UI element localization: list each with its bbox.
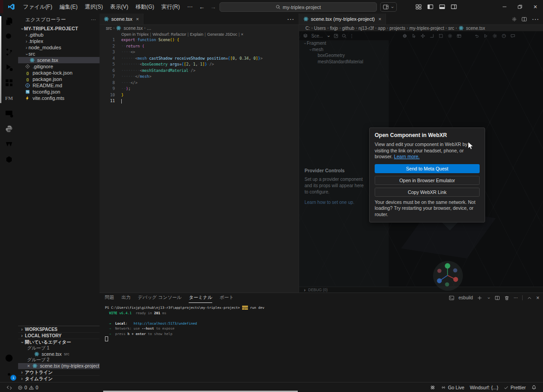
minimize-button[interactable] bbox=[497, 0, 512, 14]
tree-root[interactable]: ›MY-TRIPLEX-PROJECT bbox=[18, 25, 100, 32]
section-アウトライン[interactable]: ›アウトライン bbox=[18, 369, 100, 375]
breadcrumb-item[interactable]: fixjp bbox=[330, 26, 338, 31]
new-terminal-icon[interactable] bbox=[477, 295, 482, 301]
notifications-bell-icon[interactable] bbox=[529, 383, 539, 392]
open-in-browser-emulator-button[interactable]: Open in Browser Emulator bbox=[375, 176, 480, 185]
editor-actions-more-icon[interactable]: ⋯ bbox=[532, 15, 539, 24]
tab-scene-tsx[interactable]: scene.tsx × bbox=[100, 14, 143, 24]
command-center-search[interactable]: my-triplex-project bbox=[219, 2, 377, 12]
tree-item-scene-tsx[interactable]: scene.tsx bbox=[18, 57, 100, 63]
activity-openai-icon[interactable] bbox=[0, 152, 18, 167]
scene-node-mesh[interactable]: ›mesh bbox=[299, 47, 389, 53]
toggle-secondary-sidebar-icon[interactable] bbox=[451, 4, 457, 10]
menu-item-4[interactable]: 移動(G) bbox=[132, 2, 157, 12]
chevron-down-icon[interactable]: › bbox=[486, 296, 491, 300]
scene-select[interactable]: Sce... bbox=[311, 33, 323, 38]
terminal-output[interactable]: PS C:\Users\fixjp\github\nj13-r3f\app\pr… bbox=[100, 302, 543, 383]
tree-item-node-modules[interactable]: ›node_modules bbox=[18, 44, 100, 51]
menu-item-5[interactable]: 実行(R) bbox=[158, 2, 184, 12]
tree-item-src[interactable]: ›src bbox=[18, 51, 100, 57]
play-tool-icon[interactable] bbox=[483, 33, 488, 38]
undo-tool-icon[interactable] bbox=[474, 33, 479, 38]
menu-item-0[interactable]: ファイル(F) bbox=[19, 2, 56, 12]
breadcrumb-item[interactable]: github bbox=[342, 26, 354, 31]
panel-more-icon[interactable]: ⋯ bbox=[514, 295, 518, 300]
activity-extensions-icon[interactable] bbox=[0, 75, 18, 90]
menu-overflow[interactable]: ⋯ bbox=[183, 2, 196, 12]
codelens-action[interactable]: Windsurf: Refactor bbox=[152, 32, 186, 37]
code-line-7[interactable]: 7······</mesh> bbox=[100, 74, 299, 80]
triplex-3d-viewport[interactable]: Sce... › ⋮ ? ›Fragment›meshboxGeometryme… bbox=[299, 31, 543, 293]
code-line-10[interactable]: 10} bbox=[100, 92, 299, 99]
customize-layout-icon[interactable] bbox=[415, 4, 422, 10]
code-line-5[interactable]: 5········<boxGeometry·args={[2,·1,·1]}·/… bbox=[100, 61, 299, 68]
tab-close-icon[interactable]: × bbox=[136, 16, 138, 22]
section-local-history[interactable]: ›LOCAL HISTORY bbox=[18, 332, 100, 339]
menu-item-1[interactable]: 編集(E) bbox=[56, 2, 81, 12]
layout-dropdown-button[interactable]: › bbox=[380, 2, 397, 12]
breadcrumb-item[interactable]: src bbox=[106, 26, 112, 31]
breadcrumb-item[interactable]: C: bbox=[305, 26, 310, 31]
move-tool-icon[interactable] bbox=[420, 33, 425, 38]
extension-status-icon[interactable] bbox=[427, 383, 438, 392]
breadcrumb-item[interactable]: app bbox=[378, 26, 386, 31]
split-editor-icon[interactable] bbox=[521, 16, 527, 22]
activity-remote-device-icon[interactable] bbox=[0, 106, 18, 121]
nav-back-icon[interactable]: ← bbox=[199, 4, 205, 10]
kebab-menu-icon[interactable]: ⋮ bbox=[350, 33, 354, 38]
breadcrumb[interactable]: src›scene.tsx›… bbox=[100, 25, 299, 31]
problems-status[interactable]: 0 0 bbox=[15, 383, 41, 392]
axis-gizmo[interactable] bbox=[432, 260, 464, 292]
kill-terminal-icon[interactable] bbox=[504, 295, 510, 301]
comment-tool-icon[interactable] bbox=[510, 33, 515, 38]
panel-tab-ポート[interactable]: ポート bbox=[219, 293, 233, 303]
open-in-editor-icon[interactable] bbox=[333, 33, 338, 38]
tree-item-package-json[interactable]: {}package.json bbox=[18, 76, 100, 82]
breadcrumb[interactable]: C:›Users›fixjp›github›nj13-r3f›app›proje… bbox=[299, 25, 543, 31]
scale-tool-icon[interactable] bbox=[438, 33, 443, 38]
windsurf-status[interactable]: Windsurf: {...} bbox=[467, 383, 501, 392]
nav-forward-icon[interactable]: → bbox=[210, 4, 216, 10]
toggle-panel-icon[interactable] bbox=[439, 4, 445, 10]
tab-scene-triplex[interactable]: scene.tsx (my-triplex-project) × bbox=[299, 14, 386, 24]
code-line-9[interactable]: 9··); bbox=[100, 86, 299, 92]
search-icon[interactable] bbox=[342, 33, 347, 38]
activity-fm-icon[interactable]: FM bbox=[0, 90, 18, 106]
codelens[interactable]: Open in Triplex|Windsurf: Refactor|Expla… bbox=[121, 32, 299, 37]
activity-python-icon[interactable] bbox=[0, 121, 18, 137]
breadcrumb-item[interactable]: scene.tsx bbox=[466, 26, 485, 31]
gear-icon[interactable] bbox=[512, 17, 517, 22]
tab-close-icon[interactable]: × bbox=[378, 16, 381, 22]
code-line-11[interactable]: 11 bbox=[100, 98, 299, 104]
tree-item-tsconfig-json[interactable]: TStsconfig.json bbox=[18, 89, 100, 95]
open-editor-item[interactable]: scene.tsxsrc bbox=[18, 351, 100, 357]
toggle-sidebar-icon[interactable] bbox=[427, 4, 433, 10]
globe-tool-icon[interactable] bbox=[402, 33, 407, 38]
split-terminal-icon[interactable] bbox=[495, 295, 500, 301]
panel-tab-問題[interactable]: 問題 bbox=[105, 293, 114, 303]
code-editor[interactable]: Open in Triplex|Windsurf: Refactor|Expla… bbox=[100, 31, 299, 293]
tree-item--gitignore[interactable]: .gitignore bbox=[18, 63, 100, 70]
activity-account-icon[interactable] bbox=[0, 350, 18, 366]
rotate-tool-icon[interactable] bbox=[429, 33, 434, 38]
close-panel-icon[interactable]: × bbox=[536, 295, 539, 301]
code-line-6[interactable]: 6········<meshStandardMaterial·/> bbox=[100, 68, 299, 74]
send-to-meta-quest-button[interactable]: Send to Meta Quest bbox=[375, 164, 480, 173]
maximize-panel-icon[interactable] bbox=[527, 295, 532, 301]
code-line-8[interactable]: 8····</> bbox=[100, 80, 299, 86]
code-line-4[interactable]: 4······<mesh·castShadow·receiveShadow·po… bbox=[100, 56, 299, 62]
section-開いているエディター[interactable]: ›開いているエディター bbox=[18, 339, 100, 345]
scene-node-boxgeometry[interactable]: boxGeometry bbox=[299, 52, 389, 59]
learn-more-link[interactable]: Learn more. bbox=[394, 154, 420, 159]
codelens-action[interactable]: Explain bbox=[190, 32, 204, 37]
breadcrumb-item[interactable]: Users bbox=[314, 26, 326, 31]
panel-tab-デバッグ コンソール[interactable]: デバッグ コンソール bbox=[138, 293, 182, 303]
prettier-status[interactable]: Prettier bbox=[501, 383, 529, 392]
breadcrumb-item[interactable]: projects bbox=[390, 26, 405, 31]
panel-tab-出力[interactable]: 出力 bbox=[121, 293, 130, 303]
activity-windsurf-icon[interactable] bbox=[0, 137, 18, 152]
terminal-instance-label[interactable]: esbuild bbox=[458, 295, 473, 300]
activity-run-debug-icon[interactable] bbox=[0, 60, 18, 75]
scene-node-meshstandardmaterial[interactable]: meshStandardMaterial bbox=[299, 59, 389, 65]
editor-actions-more-icon[interactable]: ⋯ bbox=[287, 15, 294, 24]
